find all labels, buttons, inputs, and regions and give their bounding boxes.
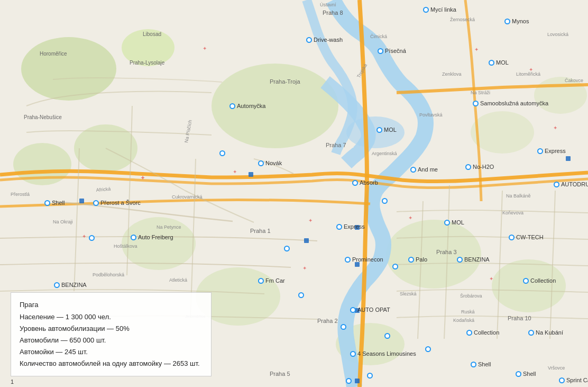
map-marker-noh2o[interactable]: No-H2O	[465, 164, 494, 170]
map-marker-absorb[interactable]: Absorb	[352, 179, 378, 186]
map-marker-unnamed5[interactable]	[425, 346, 431, 352]
map-marker-express1[interactable]: Express	[537, 148, 566, 154]
map-marker-mol1[interactable]: MOL	[489, 59, 509, 66]
marker-dot	[504, 19, 510, 24]
map-marker-samoobsluzna[interactable]: Samoobslužná automyčka	[473, 100, 548, 106]
marker-label: Prominecon	[352, 256, 383, 263]
map-marker-autofreiberg[interactable]: Auto Freiberg	[131, 234, 173, 240]
map-marker-automycka[interactable]: Automyčka	[229, 103, 265, 109]
marker-dot	[516, 371, 521, 377]
map-marker-andme[interactable]: And me	[410, 166, 438, 173]
map-marker-benzina2[interactable]: BENZINA	[54, 282, 87, 288]
marker-label: And me	[418, 166, 438, 173]
marker-dot	[509, 235, 514, 240]
map-marker-nakubani[interactable]: Na Kubání	[528, 329, 563, 336]
info-line-6: Количество автомобилей на одну автомойку…	[20, 358, 203, 370]
page-number: 1	[11, 379, 14, 385]
marker-label: 4 Seasons Limousines	[357, 350, 416, 357]
map-marker-prominecon[interactable]: Prominecon	[345, 256, 383, 263]
map-marker-pisecna[interactable]: Písečná	[378, 48, 406, 54]
marker-dot	[93, 200, 99, 206]
marker-dot	[466, 330, 472, 336]
map-marker-autodru[interactable]: AUTODRU	[554, 181, 588, 187]
map-marker-novak[interactable]: Novák	[258, 160, 282, 166]
marker-label: Palo	[416, 256, 427, 263]
marker-label: Samoobslužná automyčka	[480, 100, 548, 106]
map-marker-collection1[interactable]: Collection	[523, 277, 556, 284]
map-marker-benzina1[interactable]: BENZINA	[457, 256, 490, 263]
map-marker-mol3[interactable]: MOL	[444, 219, 464, 226]
marker-dot	[489, 60, 494, 66]
map-marker-unnamed7[interactable]	[346, 378, 352, 384]
map-marker-unnamed3[interactable]	[382, 198, 388, 204]
marker-label: Express	[344, 223, 365, 230]
map-marker-prerost[interactable]: Přerost a Švorc	[93, 200, 141, 206]
marker-label: MOL	[452, 219, 464, 226]
marker-dot	[54, 282, 60, 288]
marker-label: Collection	[474, 329, 499, 336]
map-marker-sprint[interactable]: Sprint Car	[559, 377, 588, 383]
marker-label: Shell	[523, 371, 536, 377]
map-marker-fmcar[interactable]: Fm Car	[258, 277, 285, 284]
map-marker-unnamed2[interactable]	[284, 246, 290, 251]
map-marker-4seasons[interactable]: 4 Seasons Limousines	[350, 350, 416, 357]
map-marker-drivewash[interactable]: Drive-wash	[306, 37, 343, 43]
marker-label: Sprint Car	[566, 377, 588, 383]
marker-dot	[523, 278, 529, 284]
map-marker-cwtech[interactable]: CW-TECH	[509, 234, 544, 240]
map-marker-palo[interactable]: Palo	[408, 256, 427, 263]
marker-label: No-H2O	[473, 164, 494, 170]
map-marker-collection2[interactable]: Collection	[466, 329, 499, 336]
marker-dot	[471, 362, 476, 367]
marker-dot	[219, 150, 225, 156]
marker-dot	[131, 235, 136, 240]
map-marker-unnamed9[interactable]	[89, 235, 95, 241]
map-marker-unnamed1[interactable]	[219, 150, 225, 156]
map-marker-express2[interactable]: Express	[336, 223, 365, 230]
marker-dot	[44, 200, 50, 206]
map-marker-unnamed11[interactable]	[392, 264, 398, 269]
marker-dot	[350, 307, 356, 313]
marker-label: Collection	[530, 277, 556, 284]
marker-dot	[284, 246, 290, 251]
info-line-2: Население — 1 300 000 чел.	[20, 311, 203, 323]
map-marker-mycilinka[interactable]: Mycí linka	[423, 6, 456, 13]
marker-dot	[346, 378, 352, 384]
marker-label: AUTO OPAT	[357, 307, 390, 313]
marker-dot	[382, 198, 388, 204]
map-marker-mol2[interactable]: MOL	[376, 127, 397, 133]
map-marker-unnamed8[interactable]	[367, 373, 373, 379]
marker-label: BENZINA	[61, 282, 87, 288]
marker-label: MOL	[384, 127, 397, 133]
map-marker-shell1[interactable]: Shell	[44, 200, 65, 206]
map-marker-unnamed10[interactable]	[298, 292, 304, 298]
map-container: ✦ ✦ ✦ ✦ ✦ ✦ ✦ ✦ ✦ ✦ ✦ Horoměřice Praha-L…	[0, 0, 588, 387]
map-marker-unnamed4[interactable]	[384, 333, 390, 339]
marker-label: Drive-wash	[314, 37, 343, 43]
marker-dot	[341, 324, 346, 330]
marker-dot	[384, 333, 390, 339]
map-marker-shell3[interactable]: Shell	[516, 371, 536, 377]
marker-dot	[473, 101, 479, 106]
map-marker-mynos[interactable]: Mynos	[504, 18, 529, 24]
marker-dot	[378, 48, 383, 54]
marker-dot	[444, 220, 450, 226]
marker-dot	[336, 224, 342, 230]
marker-dot	[392, 264, 398, 269]
marker-dot	[229, 103, 235, 109]
marker-label: CW-TECH	[516, 234, 544, 240]
marker-dot	[298, 292, 304, 298]
marker-dot	[425, 346, 431, 352]
map-marker-unnamed6[interactable]	[341, 324, 346, 330]
marker-label: Automyčka	[237, 103, 265, 109]
marker-dot	[410, 167, 416, 173]
info-line-3: Уровень автомобилизации — 50%	[20, 323, 203, 335]
marker-dot	[423, 7, 429, 13]
marker-dot	[559, 377, 565, 383]
map-marker-shell2[interactable]: Shell	[471, 361, 491, 367]
map-marker-autoopat[interactable]: AUTO OPAT	[350, 307, 390, 313]
marker-label: Přerost a Švorc	[100, 200, 141, 206]
info-line-1: Прага	[20, 299, 203, 311]
marker-dot	[367, 373, 373, 379]
marker-label: Na Kubání	[536, 329, 563, 336]
